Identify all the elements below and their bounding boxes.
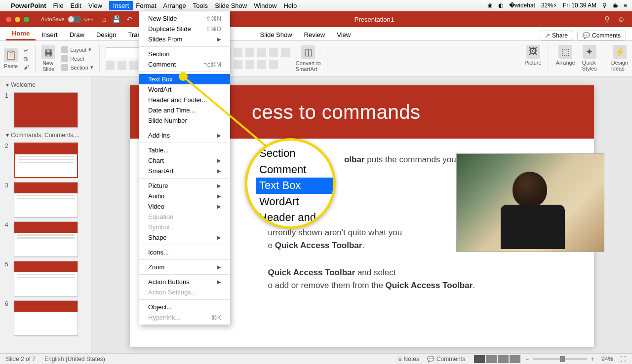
tab-design[interactable]: Design [90,29,122,40]
notes-button[interactable]: ≡ Notes [398,356,419,363]
linespacing-icon[interactable] [269,48,278,57]
menu-item-slide-number[interactable]: Slide Number [139,115,230,126]
paste-button[interactable]: 📋Paste [4,48,18,69]
dnd-icon[interactable]: ◐ [498,2,503,9]
menu-item-comment[interactable]: Comment⌥⌘M [139,59,230,70]
quickstyles-button[interactable]: ✦Quick Styles [582,45,597,73]
tab-view[interactable]: View [331,29,356,40]
battery-status[interactable]: 32% ⚡︎ [541,2,557,9]
indent-inc-icon[interactable] [257,48,266,57]
menu-window[interactable]: Window [254,2,276,9]
comments-button[interactable]: 💬 Comments [427,356,465,363]
formatpainter-icon[interactable]: 🖌 [24,64,29,70]
slides-panel[interactable]: ▾ Welcome 1 ▾ Commands, Comments,... 2 3… [0,76,91,353]
menu-item-smartart[interactable]: SmartArt▶ [139,166,230,176]
picture-button[interactable]: 🖼Picture [524,45,541,73]
siri-icon[interactable]: ◉ [613,2,618,9]
save-icon[interactable]: 💾 [112,15,120,23]
indent-dec-icon[interactable] [245,48,254,57]
menu-help[interactable]: Help [283,2,297,9]
menu-item-slides-from[interactable]: Slides From▶ [139,34,230,44]
close-icon[interactable] [6,17,11,22]
slide-thumb-3[interactable] [14,182,78,218]
italic-icon[interactable] [118,61,126,70]
comments-button[interactable]: 💬Comments [577,31,626,40]
menu-item-chart[interactable]: Chart▶ [139,155,230,166]
sorter-view-icon[interactable] [486,355,497,363]
tab-draw[interactable]: Draw [64,29,90,40]
textdir-icon[interactable] [281,48,290,57]
menu-item-new-slide[interactable]: New Slide⇧⌘N [139,13,230,24]
menu-item-add-ins[interactable]: Add-ins▶ [139,130,230,141]
menu-item-table-[interactable]: Table... [139,145,230,155]
tab-home[interactable]: Home [6,28,36,40]
arrange-button[interactable]: ⬚Arrange [556,45,575,73]
copy-icon[interactable]: ⧉ [24,56,29,62]
menu-file[interactable]: File [53,2,64,9]
section-commands[interactable]: ▾ Commands, Comments,... [0,130,91,141]
search-icon[interactable]: ⚲ [604,15,610,24]
layout-button[interactable]: Layout ▾ [61,46,93,53]
slide-thumb-1[interactable] [14,92,78,128]
app-name[interactable]: PowerPoint [11,2,46,9]
slide-thumb-6[interactable] [14,300,78,336]
designideas-button[interactable]: ⚡Design Ideas [611,45,628,73]
reading-view-icon[interactable] [498,355,509,363]
minimize-icon[interactable] [15,17,20,22]
reset-button[interactable]: Reset [61,55,93,62]
menu-item-audio[interactable]: Audio▶ [139,191,230,201]
slide-thumb-4[interactable] [14,221,78,257]
bold-icon[interactable] [106,61,115,70]
tab-insert[interactable]: Insert [36,29,64,40]
underline-icon[interactable] [129,61,138,70]
new-slide-button[interactable]: ▦New Slide [41,45,55,72]
section-button[interactable]: Section ▾ [61,64,93,71]
menu-edit[interactable]: Edit [70,2,81,9]
slide-thumb-5[interactable] [14,261,78,296]
menu-item-wordart[interactable]: WordArt [139,84,230,95]
language-status[interactable]: English (United States) [44,356,105,363]
share-button[interactable]: ↗Share [540,31,573,40]
normal-view-icon[interactable] [474,355,485,363]
slide-counter[interactable]: Slide 2 of 7 [6,356,36,363]
slide-thumb-2[interactable] [14,143,78,178]
menu-item-date-and-time-[interactable]: Date and Time... [139,105,230,115]
menu-item-section[interactable]: Section [139,49,230,59]
menu-item-object-[interactable]: Object... [139,302,230,312]
zoom-out-icon[interactable]: − [525,356,529,363]
align-center-icon[interactable] [234,60,242,69]
slideshow-view-icon[interactable] [510,355,520,363]
menu-item-picture[interactable]: Picture▶ [139,181,230,191]
smartart-button[interactable]: ◫Convert to SmartArt [296,45,321,72]
menu-item-action-buttons[interactable]: Action Buttons▶ [139,277,230,287]
menu-item-video[interactable]: Video▶ [139,201,230,212]
section-welcome[interactable]: ▾ Welcome [0,79,91,90]
clock[interactable]: Fri 10:39 AM [563,2,596,9]
cut-icon[interactable]: ✂ [24,47,29,54]
menu-view[interactable]: View [88,2,102,9]
menu-format[interactable]: Format [136,2,156,9]
menu-item-shape[interactable]: Shape▶ [139,232,230,243]
maximize-icon[interactable] [24,17,29,22]
menu-item-icons-[interactable]: Icons... [139,247,230,257]
align-right-icon[interactable] [245,60,254,69]
menu-arrange[interactable]: Arrange [163,2,186,9]
home-icon[interactable]: ⌂ [102,15,106,23]
menu-item-zoom[interactable]: Zoom▶ [139,262,230,272]
wifi-icon[interactable]: �widehat [509,2,535,9]
columns-icon[interactable] [269,60,278,69]
window-controls[interactable] [6,17,29,22]
user-icon[interactable]: ☺ [618,15,625,24]
zoom-in-icon[interactable]: + [591,356,594,363]
menu-item-duplicate-slide[interactable]: Duplicate Slide⇧⌘D [139,24,230,34]
undo-icon[interactable]: ↶ [126,15,132,23]
list-icon[interactable]: ≡ [624,2,627,9]
menu-tools[interactable]: Tools [193,2,208,9]
tab-slideshow[interactable]: Slide Show [254,29,298,40]
menu-insert[interactable]: Insert [109,1,133,10]
fit-icon[interactable]: ⛶ [620,356,626,363]
search-icon[interactable]: ⚲ [602,2,607,9]
cloud-icon[interactable]: ◉ [487,2,492,9]
numbering-icon[interactable] [234,48,242,57]
justify-icon[interactable] [257,60,266,69]
